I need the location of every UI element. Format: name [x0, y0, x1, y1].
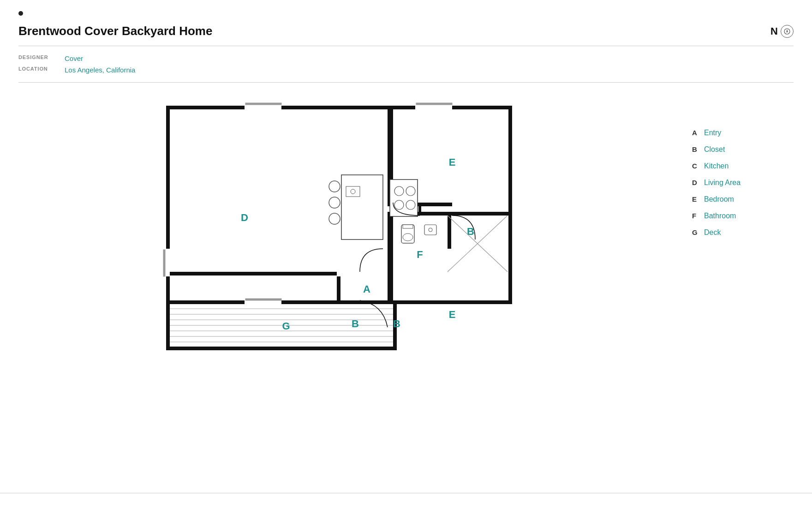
legend-letter: A [692, 129, 699, 137]
legend-letter: E [692, 195, 699, 203]
legend-name: Living Area [704, 179, 740, 187]
svg-rect-28 [245, 103, 281, 105]
legend-letter: D [692, 179, 699, 186]
north-label: N [770, 25, 778, 37]
svg-rect-31 [165, 249, 170, 276]
page-title: Brentwood Cover Backyard Home [18, 24, 212, 38]
legend-name: Bedroom [704, 195, 734, 204]
svg-rect-17 [166, 304, 170, 350]
legend-letter: G [692, 228, 699, 236]
svg-text:D: D [241, 212, 248, 223]
legend-name: Bathroom [704, 212, 736, 220]
legend-item-c: C Kitchen [692, 162, 794, 170]
legend-item-d: D Living Area [692, 179, 794, 187]
designer-label: DESIGNER [18, 54, 55, 62]
legend: A Entry B Closet C Kitchen D Living Area… [692, 101, 794, 359]
svg-rect-37 [337, 271, 360, 276]
svg-text:B: B [467, 226, 474, 237]
svg-rect-30 [416, 103, 452, 105]
page-header: Brentwood Cover Backyard Home N DESIGNER… [0, 0, 812, 83]
svg-text:B: B [393, 318, 400, 329]
legend-letter: F [692, 212, 699, 220]
meta-section: DESIGNER Cover LOCATION Los Angeles, Cal… [18, 46, 794, 83]
svg-text:F: F [417, 249, 423, 260]
location-value: Los Angeles, California [65, 66, 135, 74]
content-area: A B B B C D E E F G [0, 83, 812, 359]
svg-text:E: E [449, 309, 456, 320]
svg-rect-48 [341, 175, 383, 240]
legend-item-e: E Bedroom [692, 195, 794, 204]
svg-rect-29 [415, 105, 452, 109]
legend-item-b: B Closet [692, 145, 794, 154]
svg-rect-18 [166, 347, 397, 350]
legend-item-g: G Deck [692, 228, 794, 237]
legend-name: Deck [704, 228, 721, 237]
designer-row: DESIGNER Cover [18, 54, 794, 62]
footer-divider [0, 493, 812, 493]
north-circle [781, 25, 794, 38]
designer-value: Cover [65, 54, 83, 62]
floorplan-svg: A B B B C D E E F G [161, 101, 521, 359]
location-label: LOCATION [18, 66, 55, 74]
title-row: Brentwood Cover Backyard Home N [18, 24, 794, 46]
svg-text:G: G [282, 320, 290, 332]
location-row: LOCATION Los Angeles, California [18, 66, 794, 74]
svg-rect-2 [166, 106, 512, 109]
svg-rect-63 [424, 225, 436, 235]
svg-rect-14 [166, 272, 341, 275]
north-indicator: N [770, 25, 794, 38]
svg-rect-27 [245, 105, 281, 109]
svg-rect-54 [390, 180, 418, 216]
svg-rect-12 [337, 272, 340, 304]
svg-rect-16 [166, 304, 397, 350]
svg-rect-8 [388, 300, 512, 304]
svg-rect-5 [508, 106, 512, 304]
dot-indicator [18, 11, 23, 16]
legend-letter: C [692, 162, 699, 170]
legend-name: Kitchen [704, 162, 728, 170]
svg-text:A: A [363, 283, 370, 295]
floorplan-container: A B B B C D E E F G [18, 101, 664, 359]
legend-item-f: F Bathroom [692, 212, 794, 220]
svg-rect-13 [388, 272, 391, 304]
legend-letter: B [692, 145, 699, 153]
legend-name: Entry [704, 129, 721, 137]
svg-text:E: E [449, 156, 456, 168]
svg-rect-32 [163, 250, 165, 276]
svg-rect-62 [403, 225, 413, 228]
svg-text:B: B [352, 318, 359, 329]
svg-point-61 [403, 234, 413, 241]
svg-rect-34 [245, 299, 281, 300]
legend-item-a: A Entry [692, 129, 794, 137]
legend-name: Closet [704, 145, 725, 154]
